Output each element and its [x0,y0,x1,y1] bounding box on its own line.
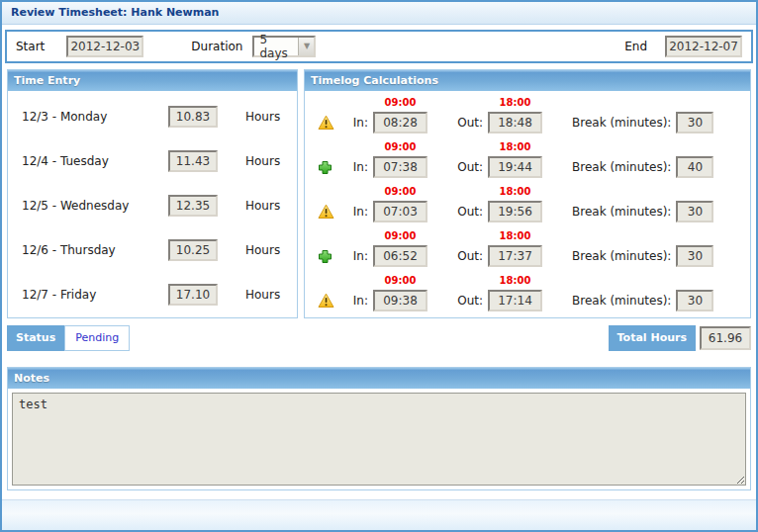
in-field-stack: 09:00 [373,156,427,178]
time-entry-header: Time Entry [8,70,297,91]
footer-band [2,499,756,530]
hours-unit-label: Hours [245,288,280,302]
out-label: Out: [453,116,483,130]
status-badge: Pending [64,325,130,351]
time-entry-row: 12/4 - Tuesday Hours [8,138,297,183]
in-time-input[interactable] [373,290,427,311]
scheduled-out-time: 18:00 [488,141,542,152]
out-label: Out: [453,294,483,308]
break-minutes-input[interactable] [676,156,713,178]
notes-header: Notes [8,368,750,389]
scheduled-out-time: 18:00 [488,230,542,241]
timelog-body: In: 09:00 Out: 18:00 Break (minutes): [305,91,750,317]
break-minutes-input[interactable] [676,290,713,311]
in-time-input[interactable] [373,245,427,267]
day-label: 12/4 - Tuesday [22,154,168,168]
time-entry-row: 12/6 - Thursday Hours [8,227,297,272]
hours-input[interactable] [168,195,218,217]
time-entry-panel: Time Entry 12/3 - Monday Hours 12/4 - Tu… [7,69,298,318]
in-field-stack: 09:00 [373,245,427,267]
time-entry-row: 12/5 - Wednesday Hours [8,183,297,227]
in-label: In: [346,160,368,174]
in-time-input[interactable] [373,156,427,178]
break-label: Break (minutes): [572,294,671,308]
break-minutes-input[interactable] [676,112,713,133]
warning-icon [318,115,334,131]
out-label: Out: [453,205,483,219]
warning-icon [318,204,334,220]
timesheet-range-toolbar: Start Duration 5 days ▼ End [5,30,753,63]
timelog-row: In: 09:00 Out: 18:00 Break (minutes): [305,183,750,227]
timelog-panel: Timelog Calculations In: 09:00 Out: 18:0… [304,69,751,318]
out-time-input[interactable] [488,245,542,267]
out-field-stack: 18:00 [488,201,542,222]
scheduled-in-time: 09:00 [373,275,427,286]
hours-input[interactable] [168,239,218,261]
out-field-stack: 18:00 [488,245,542,267]
out-time-input[interactable] [488,201,542,222]
break-label: Break (minutes): [572,160,671,174]
end-label: End [624,40,647,53]
scheduled-out-time: 18:00 [488,186,542,197]
day-label: 12/7 - Friday [22,288,168,302]
in-label: In: [346,294,368,308]
out-label: Out: [453,160,483,174]
out-label: Out: [453,249,483,263]
chevron-down-icon: ▼ [298,38,314,55]
scheduled-in-time: 09:00 [373,186,427,197]
start-label: Start [16,40,45,53]
notes-panel: Notes test [7,367,751,490]
plus-icon [318,248,334,264]
out-field-stack: 18:00 [488,290,542,311]
notes-textarea[interactable]: test [12,393,746,486]
notes-body: test [8,389,750,489]
out-time-input[interactable] [488,156,542,178]
duration-label: Duration [191,40,242,53]
end-date-input[interactable] [665,36,742,57]
in-field-stack: 09:00 [373,112,427,133]
page-title: Review Timesheet: Hank Newman [2,2,756,25]
out-time-input[interactable] [488,290,542,311]
in-time-input[interactable] [373,201,427,222]
in-time-input[interactable] [373,112,427,133]
day-label: 12/5 - Wednesday [22,199,168,213]
timelog-row: In: 09:00 Out: 18:00 Break (minutes): [305,138,750,183]
plus-icon [318,159,334,175]
scheduled-out-time: 18:00 [488,97,542,108]
scheduled-in-time: 09:00 [373,97,427,108]
timelog-row: In: 09:00 Out: 18:00 Break (minutes): [305,94,750,138]
hours-unit-label: Hours [245,154,280,168]
scheduled-in-time: 09:00 [373,141,427,152]
total-hours-input[interactable] [700,326,751,350]
duration-select[interactable]: 5 days ▼ [252,36,316,57]
time-entry-row: 12/3 - Monday Hours [8,94,297,138]
in-label: In: [346,249,368,263]
break-minutes-input[interactable] [676,201,713,222]
hours-unit-label: Hours [245,199,280,213]
day-label: 12/3 - Monday [22,110,168,124]
scheduled-out-time: 18:00 [488,275,542,286]
timelog-row: In: 09:00 Out: 18:00 Break (minutes): [305,272,750,316]
out-field-stack: 18:00 [488,156,542,178]
time-entry-body: 12/3 - Monday Hours 12/4 - Tuesday Hours… [8,91,297,317]
hours-input[interactable] [168,106,218,128]
in-field-stack: 09:00 [373,201,427,222]
timelog-row: In: 09:00 Out: 18:00 Break (minutes): [305,227,750,272]
hours-unit-label: Hours [245,110,280,124]
in-field-stack: 09:00 [373,290,427,311]
out-time-input[interactable] [488,112,542,133]
main-panels: Time Entry 12/3 - Monday Hours 12/4 - Tu… [7,69,751,318]
total-hours-label: Total Hours [609,325,696,351]
time-entry-row: 12/7 - Friday Hours [8,272,297,316]
hours-input[interactable] [168,150,218,172]
start-date-input[interactable] [66,36,143,57]
timelog-header: Timelog Calculations [305,70,750,91]
in-label: In: [346,205,368,219]
break-minutes-input[interactable] [676,245,713,267]
break-label: Break (minutes): [572,116,671,130]
break-label: Break (minutes): [572,249,671,263]
status-total-row: Status Pending Total Hours [7,325,751,351]
warning-icon [318,293,334,309]
hours-input[interactable] [168,284,218,306]
day-label: 12/6 - Thursday [22,243,168,257]
